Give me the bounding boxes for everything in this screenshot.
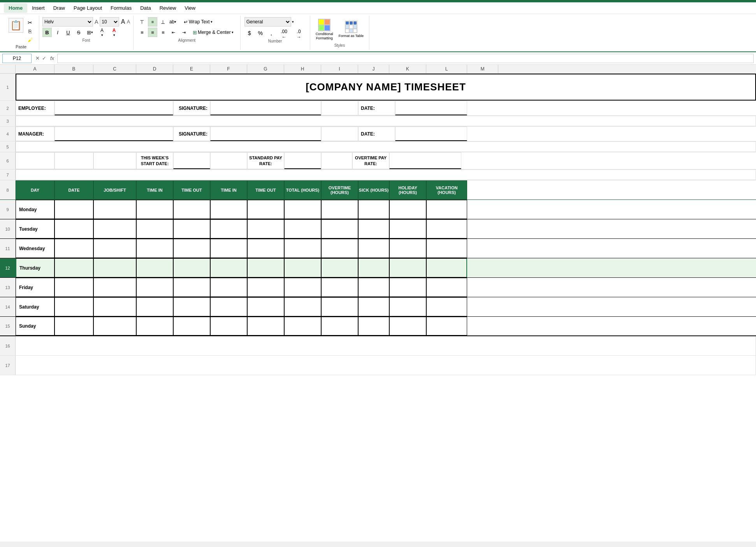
sunday-timeout2-cell[interactable] [247, 317, 284, 335]
monday-vacation-cell[interactable] [426, 200, 467, 219]
col-header-e[interactable]: E [173, 65, 210, 73]
date-input-cell-2[interactable] [395, 127, 467, 141]
monday-date-cell[interactable] [55, 200, 93, 219]
paste-button[interactable]: 📋 [8, 17, 24, 34]
font-color-button[interactable]: A ▾ [109, 28, 120, 37]
fill-color-button[interactable]: A ▾ [97, 28, 107, 37]
friday-vacation-cell[interactable] [426, 278, 467, 297]
align-center-button[interactable]: ≡ [148, 28, 157, 37]
date-input-cell-1[interactable] [395, 101, 467, 115]
saturday-day-cell[interactable]: Saturday [16, 297, 55, 316]
sunday-total-cell[interactable] [284, 317, 321, 335]
thursday-timein1-cell[interactable] [136, 258, 173, 277]
decrease-decimal-button[interactable]: .00← [277, 28, 291, 38]
col-header-i[interactable]: I [321, 65, 358, 73]
cell-reference-box[interactable]: P12 [2, 54, 32, 63]
border-button[interactable]: ⊞▾ [84, 28, 95, 37]
thursday-sick-cell[interactable] [358, 258, 389, 277]
cut-button[interactable]: ✂ [26, 19, 34, 26]
thursday-date-cell[interactable] [55, 258, 93, 277]
menu-page-layout[interactable]: Page Layout [70, 3, 106, 13]
manager-input-cell[interactable] [55, 127, 173, 141]
sunday-sick-cell[interactable] [358, 317, 389, 335]
thursday-vacation-cell[interactable] [426, 258, 467, 277]
monday-overtime-cell[interactable] [321, 200, 358, 219]
conditional-formatting-button[interactable]: ConditionalFormatting [314, 17, 335, 42]
signature-input-cell-1[interactable] [210, 101, 321, 115]
menu-data[interactable]: Data [136, 3, 155, 13]
wednesday-date-cell[interactable] [55, 239, 93, 258]
monday-sick-cell[interactable] [358, 200, 389, 219]
signature-input-cell-2[interactable] [210, 127, 321, 141]
saturday-timein1-cell[interactable] [136, 297, 173, 316]
sunday-overtime-cell[interactable] [321, 317, 358, 335]
monday-timein2-cell[interactable] [210, 200, 247, 219]
col-header-j[interactable]: J [358, 65, 389, 73]
sunday-job-cell[interactable] [93, 317, 136, 335]
decrease-indent-button[interactable]: ⇤ [169, 28, 178, 37]
align-left-button[interactable]: ≡ [137, 28, 147, 37]
copy-button[interactable]: ⎘ [26, 27, 34, 35]
merge-center-button[interactable]: ⊞ Merge & Center ▾ [190, 28, 236, 37]
wednesday-day-cell[interactable]: Wednesday [16, 239, 55, 258]
col-header-b[interactable]: B [55, 65, 93, 73]
col-header-f[interactable]: F [210, 65, 247, 73]
format-painter-button[interactable]: 🖌 [26, 36, 34, 44]
col-header-l[interactable]: L [426, 65, 467, 73]
overtime-pay-input-cell[interactable] [389, 152, 461, 169]
align-middle-button[interactable]: ≡ [148, 17, 157, 26]
saturday-holiday-cell[interactable] [389, 297, 426, 316]
thursday-timein2-cell[interactable] [210, 258, 247, 277]
thursday-timeout1-cell[interactable] [173, 258, 210, 277]
tuesday-day-cell[interactable]: Tuesday [16, 219, 55, 238]
align-bottom-button[interactable]: ⊥ [158, 17, 168, 26]
menu-home[interactable]: Home [4, 3, 27, 13]
monday-job-cell[interactable] [93, 200, 136, 219]
col-header-h[interactable]: H [284, 65, 321, 73]
thursday-holiday-cell[interactable] [389, 258, 426, 277]
monday-timeout1-cell[interactable] [173, 200, 210, 219]
sunday-date-cell[interactable] [55, 317, 93, 335]
tuesday-vacation-cell[interactable] [426, 219, 467, 238]
friday-holiday-cell[interactable] [389, 278, 426, 297]
saturday-sick-cell[interactable] [358, 297, 389, 316]
wednesday-timeout2-cell[interactable] [247, 239, 284, 258]
friday-timeout2-cell[interactable] [247, 278, 284, 297]
saturday-timeout2-cell[interactable] [247, 297, 284, 316]
sunday-holiday-cell[interactable] [389, 317, 426, 335]
saturday-total-cell[interactable] [284, 297, 321, 316]
friday-timeout1-cell[interactable] [173, 278, 210, 297]
menu-review[interactable]: Review [156, 3, 180, 13]
comma-button[interactable]: , [266, 28, 276, 38]
strikethrough-button[interactable]: S [74, 28, 83, 37]
thursday-overtime-cell[interactable] [321, 258, 358, 277]
wednesday-sick-cell[interactable] [358, 239, 389, 258]
cancel-formula-icon[interactable]: ✕ [35, 55, 40, 61]
friday-sick-cell[interactable] [358, 278, 389, 297]
tuesday-timeout2-cell[interactable] [247, 219, 284, 238]
friday-day-cell[interactable]: Friday [16, 278, 55, 297]
saturday-job-cell[interactable] [93, 297, 136, 316]
currency-button[interactable]: $ [244, 28, 255, 38]
align-right-button[interactable]: ≡ [158, 28, 168, 37]
wednesday-overtime-cell[interactable] [321, 239, 358, 258]
tuesday-timein1-cell[interactable] [136, 219, 173, 238]
number-format-select[interactable]: General [244, 17, 291, 26]
tuesday-date-cell[interactable] [55, 219, 93, 238]
thursday-timeout2-cell[interactable] [247, 258, 284, 277]
sunday-timeout1-cell[interactable] [173, 317, 210, 335]
title-cell[interactable]: [COMPANY NAME] TIMESHEET [16, 74, 756, 101]
italic-button[interactable]: I [53, 28, 62, 37]
monday-day-cell[interactable]: Monday [16, 200, 55, 219]
sunday-vacation-cell[interactable] [426, 317, 467, 335]
monday-holiday-cell[interactable] [389, 200, 426, 219]
tuesday-job-cell[interactable] [93, 219, 136, 238]
confirm-formula-icon[interactable]: ✓ [42, 55, 46, 61]
wednesday-vacation-cell[interactable] [426, 239, 467, 258]
tuesday-timeout1-cell[interactable] [173, 219, 210, 238]
saturday-date-cell[interactable] [55, 297, 93, 316]
wednesday-timein2-cell[interactable] [210, 239, 247, 258]
menu-draw[interactable]: Draw [49, 3, 69, 13]
saturday-vacation-cell[interactable] [426, 297, 467, 316]
sunday-timein1-cell[interactable] [136, 317, 173, 335]
